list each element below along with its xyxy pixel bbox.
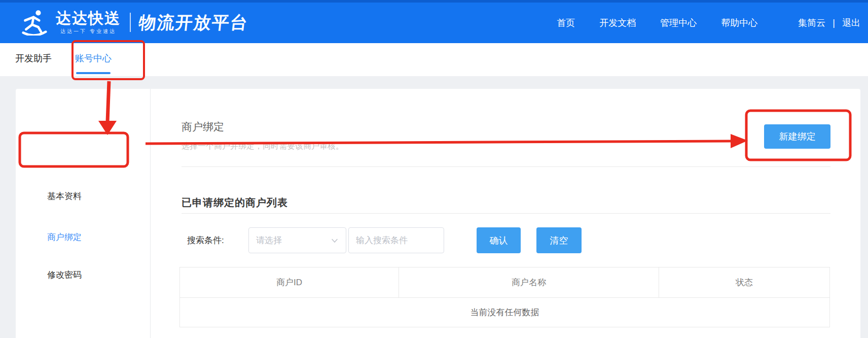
- confirm-button[interactable]: 确认: [477, 227, 521, 253]
- sidebar: 基本资料 商户绑定 修改密码: [16, 89, 151, 338]
- search-label: 搜索条件:: [187, 227, 224, 253]
- brand-logo[interactable]: 达达快送 达达一下 专业速达 物流开放平台: [18, 9, 248, 36]
- top-nav: 首页 开发文档 管理中心 帮助中心 集简云 | 退出: [557, 0, 860, 43]
- nav-link-docs[interactable]: 开发文档: [599, 17, 636, 29]
- section-divider-top: [182, 166, 830, 167]
- section-divider-list: [182, 213, 830, 214]
- dada-runner-logo-icon: [18, 9, 51, 36]
- list-section-heading: 已申请绑定的商户列表: [182, 196, 288, 210]
- clear-button[interactable]: 清空: [536, 227, 582, 253]
- brand-tagline: 达达一下 专业速达: [60, 28, 116, 35]
- page-title: 商户绑定: [182, 120, 224, 134]
- user-group: 集简云 | 退出: [798, 17, 860, 29]
- tab-account-center[interactable]: 账号中心: [75, 43, 112, 76]
- table-header-merchant-name: 商户名称: [399, 267, 659, 297]
- nav-link-help[interactable]: 帮助中心: [721, 17, 757, 29]
- search-type-select[interactable]: 请选择: [248, 227, 346, 253]
- page-subtitle: 选择一个商户并绑定，同时需要该商户审核。: [182, 141, 344, 152]
- top-header: 达达快送 达达一下 专业速达 物流开放平台 首页 开发文档 管理中心 帮助中心 …: [0, 0, 868, 43]
- user-name-link[interactable]: 集简云: [798, 17, 825, 29]
- brand-text: 达达快送 达达一下 专业速达: [56, 10, 121, 35]
- select-placeholder: 请选择: [256, 234, 331, 246]
- table-header-status: 状态: [659, 267, 829, 297]
- new-binding-button[interactable]: 新建绑定: [764, 124, 830, 149]
- table-empty-row: 当前没有任何数据: [180, 298, 829, 327]
- main-panel: 商户绑定 选择一个商户并绑定，同时需要该商户审核。 新建绑定 已申请绑定的商户列…: [151, 89, 860, 338]
- page: 达达快送 达达一下 专业速达 物流开放平台 首页 开发文档 管理中心 帮助中心 …: [0, 0, 868, 338]
- sidebar-item-merchant-binding[interactable]: 商户绑定: [47, 232, 82, 243]
- nav-link-admin[interactable]: 管理中心: [660, 17, 697, 29]
- nav-link-home[interactable]: 首页: [557, 17, 575, 29]
- tab-bar: 开发助手 账号中心: [0, 43, 868, 76]
- user-separator: |: [833, 18, 835, 28]
- brand-name: 达达快送: [56, 10, 121, 26]
- brand-divider: [130, 13, 131, 32]
- search-input[interactable]: [348, 227, 444, 253]
- logout-link[interactable]: 退出: [842, 17, 860, 29]
- sidebar-item-change-password[interactable]: 修改密码: [47, 269, 82, 281]
- merchant-table: 商户ID 商户名称 状态 当前没有任何数据: [179, 267, 830, 327]
- sidebar-item-basic-info[interactable]: 基本资料: [47, 191, 82, 202]
- chevron-down-icon: [331, 236, 339, 245]
- platform-title: 物流开放平台: [137, 9, 249, 36]
- table-header-merchant-id: 商户ID: [180, 267, 399, 297]
- tab-dev-assistant[interactable]: 开发助手: [15, 43, 52, 76]
- table-header-row: 商户ID 商户名称 状态: [180, 267, 829, 298]
